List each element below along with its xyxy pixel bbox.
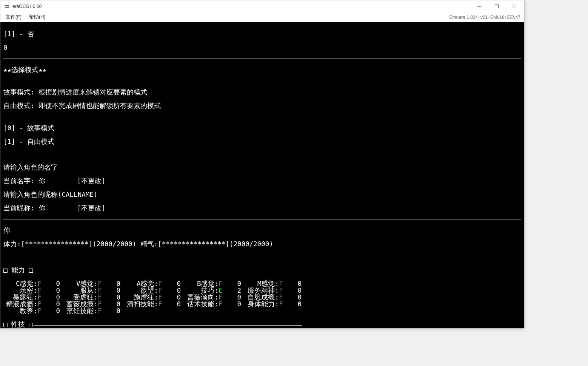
hp-sp-row: 体力:[****************](2000/2000) 精气:[***… bbox=[3, 241, 521, 247]
ability-cell: A感觉:F0 bbox=[124, 280, 185, 287]
ability-cell: 话术技能:F0 bbox=[185, 301, 245, 307]
name-prompt: 请输入角色的名字 bbox=[3, 164, 521, 171]
ability-cell: 欲望:F0 bbox=[124, 287, 185, 294]
ability-cell: 受虐狂:F0 bbox=[64, 294, 124, 301]
titlebar: eraOCGⅡ 0.60 bbox=[0, 0, 524, 12]
callname-prompt: 请输入角色的昵称(CALLNAME) bbox=[3, 191, 521, 198]
app-icon bbox=[4, 3, 10, 9]
ability-cell: 清扫技能:F0 bbox=[124, 301, 185, 307]
minimize-icon bbox=[477, 5, 481, 8]
ability-cell: 亲密:F0 bbox=[3, 287, 64, 294]
ability-row: 亲密:F0服从:F0欲望:F0技巧:E2服务精神:F0 bbox=[3, 287, 521, 294]
ability-cell: 身体能力:F0 bbox=[245, 301, 305, 307]
ability-cell: 服从:F0 bbox=[64, 287, 124, 294]
current-name-row: 当前名字: 你 [不更改] bbox=[3, 178, 521, 184]
choice-0-story[interactable]: [0] - 故事模式 bbox=[3, 125, 521, 131]
mode-header: ★★选择模式★★ bbox=[3, 66, 521, 73]
character-name: 你 bbox=[3, 227, 521, 234]
ability-row: 精液成瘾:F0蔷薇成瘾:F0清扫技能:F0话术技能:F0身体能力:F0 bbox=[3, 301, 521, 307]
free-mode-desc: 自由模式: 即使不完成剧情也能解锁所有要素的模式 bbox=[3, 102, 521, 109]
close-icon bbox=[512, 5, 516, 8]
menu-file[interactable]: 文件(F) bbox=[2, 13, 25, 21]
ability-row: C感觉:F0V感觉:F0A感觉:F0B感觉:F0M感觉:F0 bbox=[3, 280, 521, 287]
menubar: 文件(F) 帮助(H) Emuera 1.824+v21+EMv18+EEv47 bbox=[0, 12, 524, 22]
ability-cell: B感觉:F0 bbox=[185, 280, 245, 287]
ability-cell: 自慰成瘾:F0 bbox=[245, 294, 305, 301]
ability-cell: 技巧:E2 bbox=[185, 287, 245, 294]
svg-rect-2 bbox=[5, 7, 7, 8]
game-view[interactable]: [1] - 否 0 ★★选择模式★★ 故事模式: 根据剧情进度来解锁对应要素的模… bbox=[0, 22, 524, 328]
divider bbox=[3, 59, 521, 59]
ability-table: C感觉:F0V感觉:F0A感觉:F0B感觉:F0M感觉:F0亲密:F0服从:F0… bbox=[3, 280, 521, 314]
ability-row: 教养:F0烹饪技能:F0 bbox=[3, 307, 521, 314]
menu-help[interactable]: 帮助(H) bbox=[25, 13, 49, 21]
section-sex: □ 性技 □ bbox=[3, 321, 302, 328]
choice-1-free[interactable]: [1] - 自由模式 bbox=[3, 138, 521, 145]
svg-rect-5 bbox=[495, 5, 499, 8]
ability-cell: 蔷薇成瘾:F0 bbox=[64, 301, 124, 307]
ability-row: 暴露狂:F0受虐狂:F0施虐狂:F0蔷薇倾向:F0自慰成瘾:F0 bbox=[3, 294, 521, 301]
maximize-icon bbox=[495, 5, 499, 8]
section-ability: □ 能力 □ bbox=[3, 267, 302, 273]
window-title: eraOCGⅡ 0.60 bbox=[12, 4, 42, 9]
choice-1-no[interactable]: [1] - 否 bbox=[3, 31, 521, 37]
close-button[interactable] bbox=[505, 0, 523, 12]
divider bbox=[3, 81, 521, 81]
echo-value: 0 bbox=[3, 44, 521, 51]
ability-cell: 精液成瘾:F0 bbox=[3, 301, 64, 307]
ability-cell: M感觉:F0 bbox=[245, 280, 305, 287]
ability-cell: C感觉:F0 bbox=[3, 280, 64, 287]
svg-rect-0 bbox=[5, 5, 7, 6]
svg-rect-1 bbox=[7, 5, 9, 6]
story-mode-desc: 故事模式: 根据剧情进度来解锁对应要素的模式 bbox=[3, 89, 521, 96]
app-window: eraOCGⅡ 0.60 文件(F) 帮助(H) Emuera 1.824+v2… bbox=[0, 0, 525, 329]
ability-cell: 施虐狂:F0 bbox=[124, 294, 185, 301]
ability-cell: 服务精神:F0 bbox=[245, 287, 305, 294]
ability-cell: 暴露狂:F0 bbox=[3, 294, 64, 301]
ability-cell: 蔷薇倾向:F0 bbox=[185, 294, 245, 301]
svg-rect-3 bbox=[7, 7, 9, 8]
no-change-callname[interactable]: [不更改] bbox=[77, 204, 105, 212]
ability-cell: 教养:F0 bbox=[3, 307, 64, 314]
current-callname-row: 当前昵称: 你 [不更改] bbox=[3, 205, 521, 212]
maximize-button[interactable] bbox=[488, 0, 505, 12]
no-change-name[interactable]: [不更改] bbox=[77, 177, 105, 185]
divider bbox=[3, 219, 521, 219]
minimize-button[interactable] bbox=[471, 0, 488, 12]
engine-version-label: Emuera 1.824+v21+EMv18+EEv47 bbox=[449, 15, 523, 20]
ability-cell: V感觉:F0 bbox=[64, 280, 124, 287]
ability-cell: 烹饪技能:F0 bbox=[64, 307, 124, 314]
divider bbox=[3, 117, 521, 117]
